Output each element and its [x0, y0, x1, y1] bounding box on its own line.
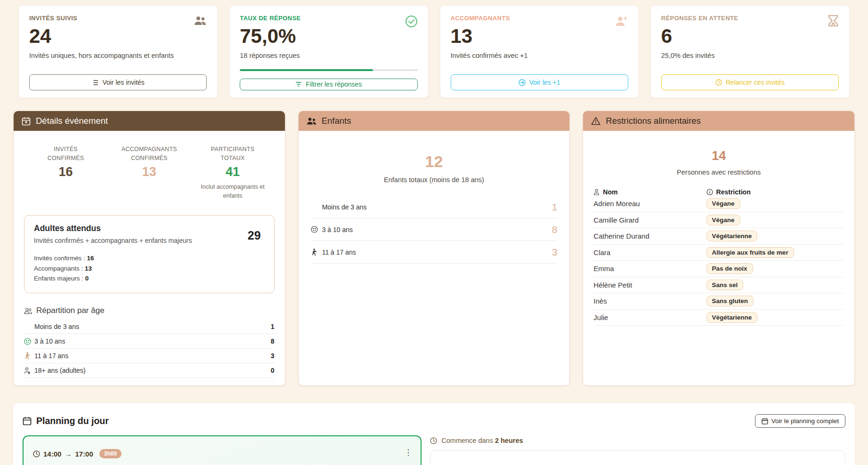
- table-header: Nom Restriction: [593, 188, 844, 196]
- response-progress-bar: [240, 69, 417, 71]
- button-label: Voir les +1: [529, 79, 560, 86]
- event-time: 14:00 → 17:00 3h00: [33, 449, 122, 458]
- table-row: Adrien MoreauVégane: [593, 196, 844, 212]
- list-item: Moins de 3 ans 1: [311, 196, 558, 218]
- view-guests-button[interactable]: Voir les invités: [29, 74, 207, 90]
- panel-body: 14 Personnes avec restrictions Nom Restr…: [583, 131, 854, 334]
- children-subtitle: Enfants totaux (moins de 18 ans): [309, 176, 560, 184]
- hourglass-icon: [827, 15, 839, 27]
- panel-restrictions: Restrictions alimentaires 14 Personnes a…: [583, 111, 855, 386]
- row-label: 18+ ans (adultes): [34, 367, 86, 374]
- list-item: 3 à 10 ans 8: [311, 218, 558, 241]
- kebab-menu-icon[interactable]: ⋮: [404, 448, 412, 457]
- table-row: EmmaPas de noix: [593, 261, 844, 277]
- stat-participants-totaux: PARTICIPANTS TOTAUX 41 Inclut accompagna…: [191, 145, 274, 200]
- response-progress-fill: [240, 69, 373, 71]
- filter-responses-button[interactable]: Filtrer les réponses: [240, 79, 417, 90]
- row-value: 3: [552, 247, 558, 258]
- list-item: 18+ ans (adultes) 0: [24, 363, 275, 378]
- countdown-prefix: Commence dans: [441, 437, 493, 444]
- row-value: 1: [552, 201, 558, 213]
- clock-icon: [33, 450, 40, 457]
- panel-details-evenement: Détails événement INVITÉS CONFIRMÉS 16 A…: [13, 111, 285, 386]
- arrow-icon: →: [65, 450, 72, 458]
- page-title: Planning du jour: [36, 416, 109, 426]
- countdown-row: Commence dans 2 heures: [430, 435, 845, 444]
- stat-value: 16: [24, 165, 107, 179]
- stat-invites-confirmes: INVITÉS CONFIRMÉS 16: [24, 145, 107, 200]
- card-value: 13: [451, 26, 628, 47]
- event-card[interactable]: 14:00 → 17:00 3h00 ⋮: [23, 435, 422, 465]
- children-icon: [307, 117, 316, 125]
- stat-card-taux-reponse: TAUX DE RÉPONSE 75,0% 18 réponses reçues…: [229, 6, 428, 98]
- arrow-circle-right-icon: [519, 79, 526, 86]
- restriction-badge: Sans sel: [706, 280, 744, 290]
- smiley-icon: [24, 338, 34, 345]
- restriction-badge: Végane: [706, 215, 740, 225]
- panels-row: Détails événement INVITÉS CONFIRMÉS 16 A…: [0, 98, 868, 386]
- stat-card-reponses-attente: RÉPONSES EN ATTENTE 6 25,0% des invités …: [651, 6, 849, 98]
- restriction-badge: Végétarienne: [706, 312, 758, 323]
- panel-body: INVITÉS CONFIRMÉS 16 ACCOMPAGNANTS CONFI…: [14, 131, 285, 386]
- planning-section: Planning du jour Voir le planning comple…: [13, 403, 855, 465]
- walking-person-icon: [311, 249, 322, 256]
- confirmed-stats: INVITÉS CONFIRMÉS 16 ACCOMPAGNANTS CONFI…: [24, 145, 275, 200]
- card-subtitle: Invités uniques, hors accompagnants et e…: [29, 52, 207, 59]
- duration-badge: 3h00: [99, 449, 122, 458]
- breakdown-line: Enfants majeurs : 0: [34, 273, 265, 283]
- row-label: 3 à 10 ans: [322, 226, 353, 233]
- stat-value: 41: [191, 165, 274, 179]
- row-label: Moins de 3 ans: [34, 323, 79, 330]
- view-plus-ones-button[interactable]: Voir les +1: [451, 74, 628, 90]
- button-label: Relancer ces invités: [726, 79, 785, 86]
- remind-guests-button[interactable]: Relancer ces invités: [661, 74, 839, 90]
- adults-subtitle: Invités confirmés + accompagnants + enfa…: [34, 237, 265, 244]
- walking-person-icon: [24, 352, 34, 360]
- stat-accompagnants-confirmes: ACCOMPAGNANTS CONFIRMÉS 13: [107, 145, 191, 200]
- row-value: 0: [271, 367, 275, 374]
- restriction-badge: Sans gluten: [706, 296, 754, 306]
- person-icon: [593, 189, 600, 195]
- event-end-time: 17:00: [75, 450, 93, 458]
- view-full-planning-button[interactable]: Voir le planning complet: [755, 414, 845, 428]
- table-row: InèsSans gluten: [593, 293, 844, 310]
- row-value: 8: [271, 337, 275, 345]
- clock-icon: [715, 79, 722, 86]
- filter-icon: [295, 81, 302, 87]
- calendar-icon: [22, 117, 31, 126]
- breakdown-line: Accompagnants : 13: [34, 264, 265, 273]
- table-row: ClaraAllergie aux fruits de mer: [593, 245, 844, 261]
- warning-triangle-icon: [591, 117, 600, 125]
- countdown-value: 2 heures: [495, 437, 523, 444]
- list-item: 11 à 17 ans 3: [311, 241, 558, 264]
- event-start-time: 14:00: [43, 450, 61, 458]
- stat-card-accompagnants: ACCOMPAGNANTS 13 Invités confirmés avec …: [440, 6, 639, 98]
- row-value: 1: [271, 323, 275, 330]
- users-icon: [24, 307, 32, 314]
- panel-title: Restrictions alimentaires: [606, 116, 701, 126]
- row-label: 11 à 17 ans: [34, 352, 68, 360]
- age-rows: Moins de 3 ans 1 3 à 10 ans 8 11 à 17 an…: [24, 320, 275, 378]
- adults-value: 29: [248, 229, 261, 242]
- clock-icon: [430, 437, 437, 444]
- age-distribution-heading: Répartition par âge: [24, 306, 275, 315]
- section-title: Répartition par âge: [36, 306, 105, 315]
- restrictions-table: Adrien MoreauVégane Camille GirardVégane…: [593, 196, 844, 326]
- smiley-icon: [311, 226, 322, 233]
- panel-title: Enfants: [322, 116, 351, 126]
- list-item: 3 à 10 ans 8: [24, 334, 275, 349]
- card-subtitle: Invités confirmés avec +1: [451, 52, 628, 59]
- card-label: INVITÉS SUIVIS: [29, 15, 207, 22]
- info-circle-icon: [706, 189, 713, 195]
- card-value: 24: [29, 26, 207, 47]
- panel-header: Restrictions alimentaires: [583, 111, 854, 131]
- stat-value: 13: [107, 165, 191, 179]
- list-item: 11 à 17 ans 3: [24, 349, 275, 363]
- next-event-box: [430, 450, 845, 465]
- panel-title: Détails événement: [36, 116, 108, 126]
- panel-header: Détails événement: [14, 111, 285, 131]
- button-label: Filtrer les réponses: [306, 80, 362, 88]
- stat-label: INVITÉS CONFIRMÉS: [24, 145, 107, 163]
- people-icon: [194, 15, 207, 26]
- adults-title: Adultes attendus: [34, 224, 265, 233]
